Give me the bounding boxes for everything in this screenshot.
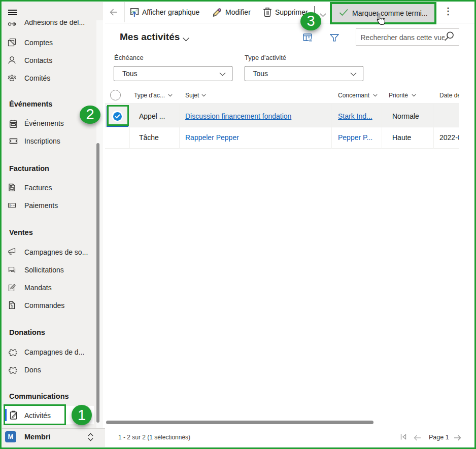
svg-text:$: $ — [9, 204, 11, 207]
svg-text:$: $ — [11, 304, 14, 308]
